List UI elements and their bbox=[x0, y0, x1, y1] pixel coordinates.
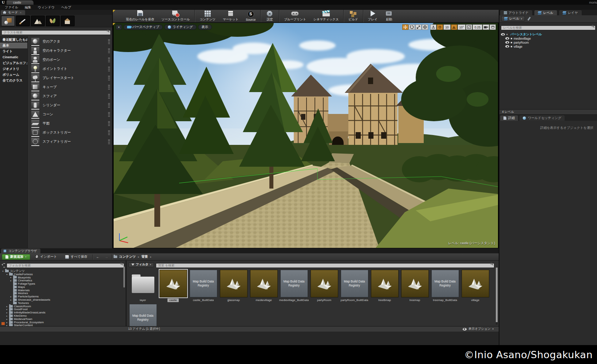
camera-speed-button[interactable] bbox=[483, 24, 489, 30]
placement-item[interactable]: コーン bbox=[28, 110, 112, 119]
drag-grip-icon[interactable] bbox=[108, 76, 110, 80]
asset-thumbnail[interactable]: Map Build Data Registry bbox=[311, 270, 338, 297]
folder-tree-item[interactable]: ClassicRoom bbox=[1, 305, 126, 308]
visibility-eye-icon[interactable] bbox=[501, 33, 505, 36]
placement-item[interactable]: 空のキャラクター bbox=[28, 46, 112, 55]
asset-thumbnail[interactable]: Map Build Data Registry bbox=[431, 270, 459, 297]
folder-tree-item[interactable]: Textures bbox=[1, 301, 126, 305]
scale-snap-value[interactable]: 0.25 bbox=[473, 24, 482, 30]
asset-item[interactable]: Map Build Data Registry bbox=[128, 304, 158, 326]
asset-thumbnail[interactable]: Map Build Data Registry bbox=[401, 270, 429, 297]
placement-category[interactable]: ライト bbox=[0, 48, 27, 54]
asset-thumbnail[interactable]: Map Build Data Registry bbox=[462, 270, 489, 297]
rotation-snap-value[interactable]: 10° bbox=[458, 24, 466, 30]
placement-item[interactable]: スフィアトリガー bbox=[28, 137, 112, 146]
rotation-snap-button[interactable] bbox=[451, 24, 457, 30]
asset-thumbnail[interactable]: Map Build Data Registry bbox=[159, 270, 187, 297]
drag-grip-icon[interactable] bbox=[108, 85, 110, 90]
folder-arrow-icon[interactable] bbox=[6, 308, 8, 310]
placement-category[interactable]: 最近配置したもの bbox=[0, 37, 27, 43]
folder-arrow-icon[interactable] bbox=[10, 295, 12, 298]
drag-grip-icon[interactable] bbox=[108, 103, 110, 108]
folder-arrow-icon[interactable] bbox=[6, 273, 8, 276]
asset-item[interactable]: Map Build Data Registry treemap_BuiltDat… bbox=[430, 270, 460, 302]
tab-modes[interactable]: モード × bbox=[1, 10, 25, 15]
asset-thumbnail[interactable]: Map Build Data Registry bbox=[250, 270, 278, 297]
feather-icon[interactable] bbox=[527, 17, 531, 21]
rotate-tool-button[interactable] bbox=[409, 24, 415, 30]
folder-arrow-icon[interactable] bbox=[2, 270, 4, 272]
placement-item[interactable]: キューブ bbox=[28, 83, 112, 92]
asset-thumbnail[interactable]: Map Build Data Registry bbox=[129, 270, 157, 297]
sublevel-row[interactable]: village bbox=[499, 44, 597, 48]
folder-tree-item[interactable]: CastleFortress bbox=[1, 273, 126, 276]
drag-grip-icon[interactable] bbox=[108, 139, 110, 144]
folder-tree-item[interactable]: StarterContent bbox=[1, 324, 126, 326]
asset-thumbnail[interactable]: Map Build Data Registry bbox=[220, 270, 248, 297]
back-icon[interactable]: ← bbox=[95, 255, 101, 259]
asset-thumbnail[interactable]: Map Build Data Registry bbox=[280, 270, 308, 297]
perspective-button[interactable]: パースペクティブ bbox=[123, 24, 163, 30]
mode-tool-button[interactable] bbox=[1, 16, 15, 26]
breadcrumb-arrow-icon[interactable]: ▸ bbox=[150, 256, 152, 258]
toolbar-button[interactable]: コンテンツ ▾ bbox=[194, 10, 219, 22]
levels-menu-button[interactable]: レベル ▾ bbox=[501, 16, 525, 21]
folder-tree-item[interactable]: Blueprints bbox=[1, 276, 126, 279]
folder-arrow-icon[interactable] bbox=[6, 305, 8, 308]
placement-item[interactable]: 平面 bbox=[28, 119, 112, 128]
folder-arrow-icon[interactable] bbox=[6, 318, 8, 320]
breadcrumb-item[interactable]: 背景 bbox=[142, 254, 148, 259]
asset-item[interactable]: Map Build Data Registry village bbox=[460, 270, 490, 302]
viewport-3d-scene[interactable] bbox=[114, 23, 498, 248]
toolbar-button[interactable]: ビルド ▾ bbox=[343, 10, 361, 22]
class-search-input[interactable] bbox=[1, 30, 111, 35]
add-new-button[interactable]: 新規追加 ▾ bbox=[2, 254, 30, 260]
scale-tool-button[interactable] bbox=[415, 24, 422, 30]
placement-category[interactable]: 基本 bbox=[0, 43, 27, 48]
world-coordinate-button[interactable] bbox=[422, 24, 428, 30]
expand-arrow-icon[interactable]: ▾ bbox=[506, 33, 509, 36]
folder-arrow-icon[interactable] bbox=[6, 321, 8, 324]
folder-search-input[interactable] bbox=[7, 263, 124, 268]
placement-item[interactable]: 空のポーン bbox=[28, 55, 112, 64]
view-mode-button[interactable]: ライティング bbox=[164, 24, 196, 30]
mode-tool-button[interactable] bbox=[46, 16, 60, 26]
asset-item[interactable]: Map Build Data Registry partyRoom bbox=[309, 270, 339, 302]
asset-item[interactable]: Map Build Data Registry castle bbox=[158, 270, 188, 302]
toolbar-button[interactable]: ブループリント ▾ bbox=[279, 10, 310, 22]
folder-tree-item[interactable]: InfinityBladeGrassLands bbox=[1, 311, 126, 314]
collections-icon[interactable] bbox=[1, 322, 5, 325]
visibility-eye-icon[interactable] bbox=[505, 37, 509, 40]
folder-tree-item[interactable]: Materials bbox=[1, 289, 126, 292]
show-flags-button[interactable]: 表示 bbox=[198, 24, 212, 30]
folder-tree-item[interactable]: FoliageTypes bbox=[1, 282, 126, 285]
mode-tool-button[interactable] bbox=[16, 16, 30, 26]
toolbar-button[interactable]: 設定 ▾ bbox=[260, 10, 278, 22]
sublevel-row[interactable]: medievillage bbox=[499, 36, 597, 40]
view-options-button[interactable]: 表示オプション ▾ bbox=[463, 327, 494, 331]
drag-grip-icon[interactable] bbox=[108, 121, 110, 126]
menu-item[interactable]: ウィンドウ bbox=[35, 5, 58, 10]
folder-arrow-icon[interactable] bbox=[10, 276, 12, 278]
folder-tree-item[interactable]: MedievalTown bbox=[1, 317, 126, 321]
tab-outliner[interactable]: アウトライナ bbox=[500, 10, 532, 15]
drag-grip-icon[interactable] bbox=[108, 48, 110, 53]
toolbar-button[interactable]: プレイ ▾ bbox=[363, 10, 381, 22]
placement-item[interactable]: ボックストリガー bbox=[28, 128, 112, 137]
sublevel-row[interactable]: partyRoom bbox=[499, 40, 597, 44]
grid-snap-button[interactable] bbox=[437, 24, 443, 30]
asset-item[interactable]: Map Build Data Registry treemap bbox=[400, 270, 430, 302]
folder-tree-item[interactable]: Maps bbox=[1, 285, 126, 289]
breadcrumb-arrow-icon[interactable]: ▸ bbox=[138, 256, 139, 258]
forward-icon[interactable]: → bbox=[103, 255, 110, 259]
asset-item[interactable]: Map Build Data Registry medievillage bbox=[249, 270, 279, 302]
asset-item[interactable]: Map Build Data Registry castle_BuiltData bbox=[188, 270, 218, 302]
menu-item[interactable]: 編集 bbox=[21, 5, 35, 10]
toolbar-button[interactable]: シネマティックス ▾ bbox=[310, 10, 343, 22]
surface-snap-button[interactable] bbox=[430, 24, 436, 30]
folder-arrow-icon[interactable] bbox=[10, 298, 12, 301]
asset-grid-scrollbar[interactable] bbox=[496, 267, 498, 325]
folder-tree-item[interactable]: Showcase_sharedassets bbox=[1, 298, 126, 301]
placement-category[interactable]: ボリューム bbox=[0, 72, 27, 78]
placement-item[interactable]: 空のアクタ bbox=[28, 37, 112, 46]
